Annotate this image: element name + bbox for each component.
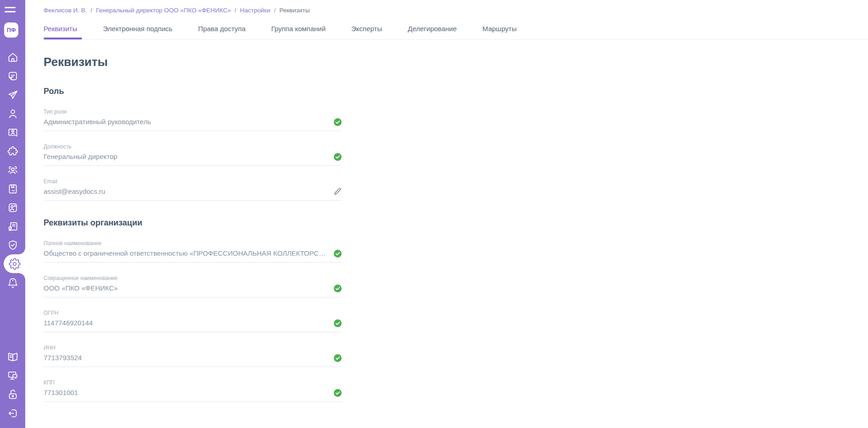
breadcrumb-separator: /: [235, 7, 237, 14]
section-role-title: Роль: [44, 87, 868, 96]
field-label: КПП: [44, 379, 342, 386]
home-icon: [7, 51, 19, 63]
field-short-name[interactable]: Сокращенное наименование ООО «ПКО «ФЕНИК…: [44, 275, 342, 297]
valid-check-icon: [334, 250, 342, 258]
tab-experts[interactable]: Эксперты: [351, 25, 382, 39]
sidebar-item-profile[interactable]: [0, 104, 25, 123]
valid-check-icon: [334, 354, 342, 362]
valid-check-icon: [334, 285, 342, 292]
sidebar-item-people-group[interactable]: [0, 160, 25, 179]
sidebar-item-integrations[interactable]: [0, 142, 25, 160]
menu-toggle-button[interactable]: [5, 7, 16, 15]
sidebar-item-add-user[interactable]: [0, 198, 25, 217]
puzzle-icon: [7, 145, 19, 157]
tab-access-rights[interactable]: Права доступа: [198, 25, 245, 39]
menu-icon: [5, 7, 16, 8]
breadcrumb-separator: /: [91, 7, 93, 14]
field-label: Сокращенное наименование: [44, 275, 342, 281]
paper-plane-icon: [7, 89, 19, 101]
field-label: Email: [44, 178, 342, 185]
sidebar-item-employee-card[interactable]: [0, 123, 25, 142]
field-label: Полное наименование: [44, 240, 342, 247]
monitor-chat-icon: [7, 370, 19, 382]
field-value: Общество с ограниченной ответственностью…: [44, 249, 329, 258]
field-value: 1147746920144: [44, 319, 329, 327]
field-value: ООО «ПКО «ФЕНИКС»: [44, 284, 329, 292]
sidebar-item-documents[interactable]: [0, 66, 25, 85]
sidebar: ПФ: [0, 0, 25, 428]
gear-icon: [9, 258, 21, 270]
breadcrumb-role-link[interactable]: Генеральный директор ООО «ПКО «ФЕНИКС»: [96, 7, 231, 14]
tab-delegation[interactable]: Делегирование: [408, 25, 457, 39]
field-ogrn[interactable]: ОГРН 1147746920144: [44, 310, 342, 332]
section-organization-title: Реквизиты организации: [44, 218, 868, 228]
main-content: Феклисов И. В. / Генеральный директор ОО…: [25, 0, 868, 428]
sidebar-item-archive-book[interactable]: [0, 179, 25, 198]
field-role-type[interactable]: Тип роли Административный руководитель: [44, 109, 342, 131]
book-bookmark-icon: [7, 183, 19, 195]
page-title: Реквизиты: [44, 55, 868, 69]
valid-check-icon: [334, 118, 342, 126]
section-organization: Реквизиты организации Полное наименовани…: [44, 218, 868, 402]
tab-bar: Реквизиты Электронная подпись Права дост…: [44, 25, 868, 40]
field-position[interactable]: Должность Генеральный директор: [44, 143, 342, 166]
breadcrumb: Феклисов И. В. / Генеральный директор ОО…: [44, 0, 868, 14]
field-value: Генеральный директор: [44, 153, 329, 161]
field-label: Должность: [44, 143, 342, 150]
sidebar-item-logout[interactable]: [0, 404, 25, 423]
field-email[interactable]: Email assist@easydocs.ru: [44, 178, 342, 201]
sidebar-item-send[interactable]: [0, 85, 25, 104]
valid-check-icon: [334, 153, 342, 161]
certificate-icon: [7, 220, 19, 232]
edit-email-button[interactable]: [333, 187, 342, 196]
breadcrumb-separator: /: [274, 7, 276, 14]
field-label: ОГРН: [44, 310, 342, 316]
open-book-icon: [7, 351, 19, 363]
tab-company-group[interactable]: Группа компаний: [271, 25, 326, 39]
sidebar-item-home[interactable]: [0, 48, 25, 66]
valid-check-icon: [334, 319, 342, 327]
shield-check-icon: [7, 239, 19, 251]
people-group-icon: [7, 164, 19, 176]
sidebar-nav: [0, 48, 25, 292]
sidebar-item-knowledge-base[interactable]: [0, 347, 25, 366]
breadcrumb-current: Реквизиты: [279, 7, 310, 14]
sidebar-item-support-chat[interactable]: [0, 366, 25, 385]
field-value: assist@easydocs.ru: [44, 187, 329, 196]
tab-rekvizity[interactable]: Реквизиты: [44, 25, 77, 39]
pencil-icon: [333, 187, 342, 196]
user-add-icon: [7, 202, 19, 214]
unlock-icon: [7, 389, 19, 401]
field-full-name[interactable]: Полное наименование Общество с ограничен…: [44, 240, 342, 263]
sidebar-item-unlock[interactable]: [0, 385, 25, 404]
contact-badge-icon: [7, 126, 19, 138]
field-label: Тип роли: [44, 109, 342, 115]
user-initials-badge[interactable]: ПФ: [4, 22, 18, 38]
sidebar-item-settings[interactable]: [4, 254, 25, 273]
sidebar-bottom-nav: [0, 347, 25, 423]
field-kpp[interactable]: КПП 771301001: [44, 379, 342, 402]
field-value: 771301001: [44, 389, 329, 397]
bell-icon: [7, 277, 19, 289]
breadcrumb-settings-link[interactable]: Настройки: [240, 7, 270, 14]
field-inn[interactable]: ИНН 7713793524: [44, 345, 342, 367]
tab-electronic-signature[interactable]: Электронная подпись: [103, 25, 173, 39]
tab-routes[interactable]: Маршруты: [482, 25, 517, 39]
document-icon: [7, 70, 19, 82]
sidebar-item-certificates[interactable]: [0, 217, 25, 236]
logout-icon: [7, 407, 19, 419]
field-value: 7713793524: [44, 354, 329, 362]
menu-icon: [5, 11, 16, 12]
field-label: ИНН: [44, 345, 342, 351]
field-value: Административный руководитель: [44, 118, 329, 126]
sidebar-item-notifications[interactable]: [0, 273, 25, 292]
user-icon: [7, 108, 19, 120]
section-role: Роль Тип роли Административный руководит…: [44, 87, 868, 201]
breadcrumb-user-link[interactable]: Феклисов И. В.: [44, 7, 87, 14]
valid-check-icon: [334, 389, 342, 397]
